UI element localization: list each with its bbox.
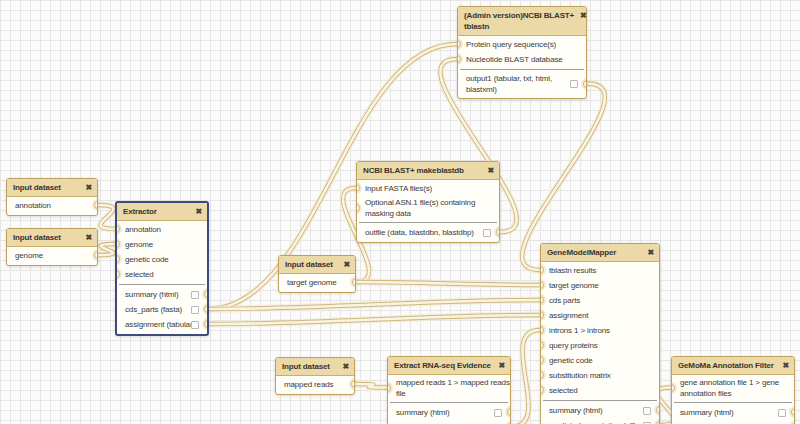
input-terminal[interactable] [541, 386, 544, 394]
workflow-canvas[interactable]: (Admin version)NCBI BLAST+ tblastn ✖ Pro… [0, 0, 800, 424]
node-header[interactable]: NCBI BLAST+ makeblastdb ✖ [357, 162, 499, 180]
node-title: Extractor [123, 206, 157, 217]
input-port-row: query proteins [541, 338, 659, 353]
workflow-output-checkbox[interactable] [191, 291, 199, 299]
output-terminal[interactable] [496, 228, 499, 236]
workflow-node-extract-rnaseq[interactable]: Extract RNA-seq Evidence ✖ mapped reads … [387, 356, 511, 424]
node-title: (Admin version)NCBI BLAST+ tblastn [464, 10, 574, 32]
node-header[interactable]: Extractor ✖ [117, 203, 207, 221]
workflow-node-extractor[interactable]: Extractor ✖ annotationgenomegenetic code… [115, 201, 209, 336]
close-icon[interactable]: ✖ [487, 165, 494, 176]
workflow-node-tblastn[interactable]: (Admin version)NCBI BLAST+ tblastn ✖ Pro… [457, 6, 587, 99]
input-port-row: tblastn results [541, 263, 659, 278]
close-icon[interactable]: ✖ [343, 259, 350, 270]
workflow-node-input-target-genome[interactable]: Input dataset ✖ target genome [278, 255, 356, 293]
node-header[interactable]: GeneModelMapper ✖ [541, 244, 659, 262]
port-label: substitution matrix [549, 370, 611, 381]
node-header[interactable]: Input dataset ✖ [7, 229, 97, 247]
input-terminal[interactable] [117, 240, 120, 248]
connection-wire [355, 384, 387, 388]
workflow-output-checkbox[interactable] [643, 407, 651, 415]
output-port-row: introns (gff) [388, 420, 510, 424]
input-terminal[interactable] [541, 356, 544, 364]
node-header[interactable]: Extract RNA-seq Evidence ✖ [388, 357, 510, 375]
port-label: predicted_annotation (gff) [549, 420, 636, 424]
node-header[interactable]: GeMoMa Annotation Filter ✖ [672, 357, 794, 375]
input-terminal[interactable] [357, 184, 360, 192]
output-port-row: mapped reads [276, 377, 354, 392]
input-terminal[interactable] [541, 341, 544, 349]
port-label: genetic code [549, 355, 593, 366]
node-header[interactable]: Input dataset ✖ [279, 256, 355, 274]
close-icon[interactable]: ✖ [498, 360, 505, 371]
input-terminal[interactable] [458, 55, 461, 63]
input-terminal[interactable] [541, 326, 544, 334]
close-icon[interactable]: ✖ [342, 361, 349, 372]
input-terminal[interactable] [117, 270, 120, 278]
port-label: selected [125, 269, 154, 280]
input-terminal[interactable] [541, 266, 544, 274]
port-label: annotation [125, 224, 161, 235]
input-terminal[interactable] [117, 225, 120, 233]
output-terminal[interactable] [352, 278, 355, 286]
workflow-output-checkbox[interactable] [191, 306, 199, 314]
workflow-node-input-genome[interactable]: Input dataset ✖ genome [6, 228, 98, 266]
close-icon[interactable]: ✖ [580, 10, 587, 21]
workflow-node-makeblastdb[interactable]: NCBI BLAST+ makeblastdb ✖ Input FASTA fi… [356, 161, 500, 243]
output-terminal[interactable] [204, 290, 207, 298]
input-terminal[interactable] [117, 255, 120, 263]
workflow-node-input-mapped-reads[interactable]: Input dataset ✖ mapped reads [275, 357, 355, 395]
output-terminal[interactable] [656, 406, 659, 414]
output-terminal[interactable] [94, 251, 97, 259]
close-icon[interactable]: ✖ [195, 206, 202, 217]
output-terminal[interactable] [507, 408, 510, 416]
input-port-row: Protein query sequence(s) [458, 37, 586, 52]
port-label: assignment [549, 310, 588, 321]
port-label: summary (html) [125, 289, 178, 300]
node-body: genome [7, 247, 97, 265]
output-terminal[interactable] [204, 305, 207, 313]
input-terminal[interactable] [388, 384, 391, 392]
output-port-row: summary (html) [117, 287, 207, 302]
node-body: annotationgenomegenetic codeselectedsumm… [117, 221, 207, 334]
workflow-output-checkbox[interactable] [191, 321, 199, 329]
io-separator [359, 222, 497, 223]
input-terminal[interactable] [541, 371, 544, 379]
node-title: NCBI BLAST+ makeblastdb [363, 165, 464, 176]
input-port-row: genetic code [541, 353, 659, 368]
output-terminal[interactable] [94, 201, 97, 209]
input-port-row: gene annotation file 1 > gene annotation… [672, 376, 794, 400]
close-icon[interactable]: ✖ [85, 232, 92, 243]
workflow-output-checkbox[interactable] [483, 229, 491, 237]
workflow-output-checkbox[interactable] [494, 409, 502, 417]
input-port-row: target genome [541, 278, 659, 293]
input-terminal[interactable] [357, 204, 360, 212]
workflow-node-input-annotation[interactable]: Input dataset ✖ annotation [6, 178, 98, 216]
output-port-row: predicted_annotation (gff) [541, 418, 659, 424]
input-port-row: substitution matrix [541, 368, 659, 383]
node-header[interactable]: Input dataset ✖ [276, 358, 354, 376]
input-port-row: mapped reads 1 > mapped reads file [388, 376, 510, 400]
output-terminal[interactable] [351, 380, 354, 388]
port-label: annotation [15, 200, 51, 211]
input-terminal[interactable] [458, 40, 461, 48]
output-terminal[interactable] [583, 80, 586, 88]
workflow-output-checkbox[interactable] [570, 80, 578, 88]
node-title: Input dataset [285, 259, 333, 270]
workflow-node-gemoma-filter[interactable]: GeMoMa Annotation Filter ✖ gene annotati… [671, 356, 795, 424]
close-icon[interactable]: ✖ [85, 182, 92, 193]
port-label: Nucleotide BLAST database [466, 54, 563, 65]
output-terminal[interactable] [791, 408, 794, 416]
workflow-output-checkbox[interactable] [778, 409, 786, 417]
input-terminal[interactable] [672, 384, 675, 392]
input-terminal[interactable] [541, 311, 544, 319]
node-header[interactable]: Input dataset ✖ [7, 179, 97, 197]
close-icon[interactable]: ✖ [782, 360, 789, 371]
output-terminal[interactable] [204, 320, 207, 328]
input-terminal[interactable] [541, 281, 544, 289]
close-icon[interactable]: ✖ [647, 247, 654, 258]
input-terminal[interactable] [541, 296, 544, 304]
output-port-row: summary (html) [388, 405, 510, 420]
workflow-node-genemodelmapper[interactable]: GeneModelMapper ✖ tblastn resultstarget … [540, 243, 660, 424]
node-header[interactable]: (Admin version)NCBI BLAST+ tblastn ✖ [458, 7, 586, 36]
